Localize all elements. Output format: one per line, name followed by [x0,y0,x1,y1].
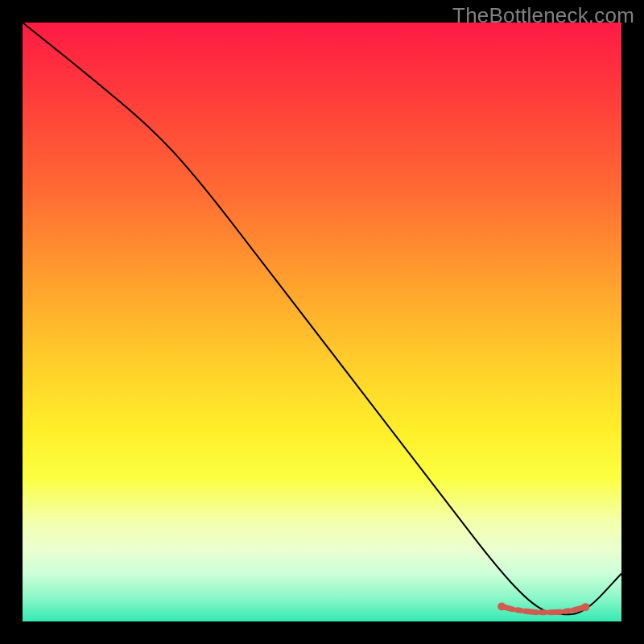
plot-svg [23,23,621,621]
black-curve [23,23,621,614]
orange-end-dot [497,602,506,610]
plot-area [23,23,621,621]
chart-frame: TheBottleneck.com [0,0,644,644]
orange-end-dot [581,603,589,611]
